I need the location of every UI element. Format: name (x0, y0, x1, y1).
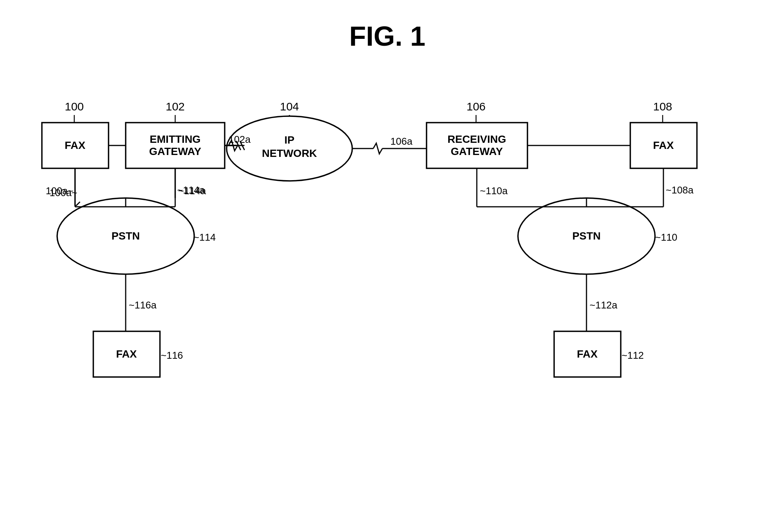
fig-title: FIG. 1 (349, 21, 425, 51)
ann-114a-2: ~114a (177, 184, 205, 196)
fax100-label: FAX (65, 139, 86, 151)
fax108-label: FAX (653, 139, 674, 151)
fax112-label: FAX (577, 348, 598, 360)
ip-label2: NETWORK (262, 147, 317, 159)
ann-102a: 102a (229, 134, 251, 145)
ann-114: ~114 (193, 232, 216, 243)
fax116-label: FAX (116, 348, 137, 360)
ann-116a: ~116a (129, 299, 157, 311)
ann-112a: ~112a (590, 299, 618, 311)
ann-108a-label: ~108a (666, 184, 694, 196)
rg-label1: RECEIVING (447, 133, 506, 145)
ann-112: ~112 (622, 350, 644, 361)
ref-100-label: 100 (65, 100, 84, 113)
rg-label2: GATEWAY (451, 145, 503, 157)
eg-label1: EMITTING (150, 133, 201, 145)
ann-100a-2: 100a~ (46, 185, 74, 197)
ip-label1: IP (284, 134, 294, 146)
ann-116: ~116 (161, 350, 183, 361)
ref-102-label: 102 (166, 100, 185, 113)
ref-106-label: 106 (467, 100, 486, 113)
ref-104-label: 104 (280, 100, 299, 113)
ann-106a: 106a (390, 136, 412, 147)
pstn114-label: PSTN (112, 230, 140, 242)
eg-label2: GATEWAY (149, 145, 201, 157)
ann-110a-label: ~110a (480, 185, 508, 197)
pstn110-label: PSTN (572, 230, 601, 242)
ref-108-label: 108 (653, 100, 672, 113)
ann-110: ~110 (655, 232, 678, 243)
